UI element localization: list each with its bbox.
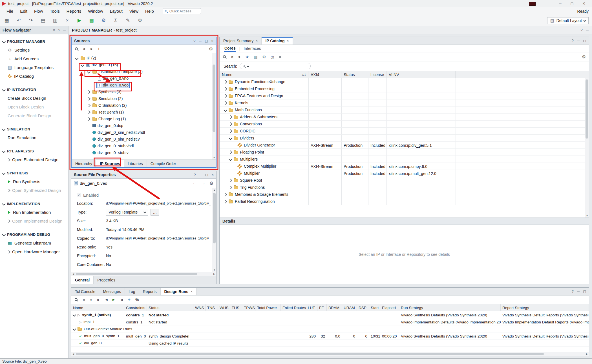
redo-icon[interactable]: ↷	[28, 17, 34, 24]
maximize-icon[interactable]: ◻	[205, 39, 208, 43]
collapse-all-icon[interactable]: »	[53, 28, 55, 32]
expander-icon[interactable]	[72, 327, 76, 331]
favorites-icon[interactable]: ★	[246, 55, 249, 59]
column-elapsed[interactable]: Elapsed	[380, 304, 399, 311]
section-header[interactable]: SIMULATION	[0, 125, 68, 133]
scroll-left-icon[interactable]: ◀	[71, 352, 75, 356]
column-license[interactable]: License	[368, 71, 386, 78]
tree-item-c-simulation[interactable]: C Simulation (2)	[74, 102, 211, 109]
menu-layout[interactable]: Layout	[107, 8, 126, 14]
expander-icon[interactable]	[224, 200, 227, 203]
nav-item-create-block-design[interactable]: Create Block Design	[0, 94, 68, 103]
chevron-right-icon[interactable]	[7, 158, 10, 161]
chevron-right-icon[interactable]	[7, 189, 10, 192]
tab-messages[interactable]: Messages	[99, 288, 125, 295]
ip-row-complex-multiplier[interactable]: Complex Multiplier AXI4-Stream Productio…	[220, 163, 589, 170]
minimize-icon[interactable]: ─	[554, 0, 566, 7]
expand-all-icon[interactable]: »	[90, 298, 92, 302]
minimize-panel-icon[interactable]: ─	[63, 28, 66, 32]
quick-access-search[interactable]: Quick Access	[163, 8, 201, 14]
ip-row-adders-subtracters[interactable]: Adders & Subtracters	[220, 114, 589, 121]
nav-item-language-templates[interactable]: ▤ Language Templates	[0, 63, 68, 72]
sources-panel-header[interactable]: Sources ? ─ ◻ ×	[72, 37, 216, 45]
expander-icon[interactable]	[87, 117, 90, 121]
expander-icon[interactable]	[229, 129, 232, 133]
scroll-up-icon[interactable]: ▲	[212, 188, 216, 192]
tab-reports[interactable]: Reports	[139, 288, 161, 295]
column-dsp[interactable]: DSP	[357, 304, 369, 311]
tab-compile-order[interactable]: Compile Order	[147, 160, 180, 167]
scrollbar-thumb[interactable]	[76, 273, 197, 275]
tree-item-change-log[interactable]: Change Log (1)	[74, 116, 211, 122]
nav-item-add-sources[interactable]: + Add Sources	[0, 54, 68, 63]
tree-item-div-gen-0-veo[interactable]: div_gen_0.veo	[74, 82, 211, 88]
nav-item-run-simulation[interactable]: Run Simulation	[0, 133, 68, 142]
column-lut[interactable]: LUT	[306, 304, 317, 311]
nav-item-open-hardware-manager[interactable]: Open Hardware Manager	[0, 247, 68, 256]
scroll-right-icon[interactable]: ▶	[212, 272, 216, 276]
gear-icon[interactable]: ⚙	[209, 181, 213, 186]
program-device-icon[interactable]: ▩	[88, 17, 95, 24]
ip-row-kernels[interactable]: Kernels	[220, 99, 589, 106]
float-icon[interactable]: ─	[199, 39, 201, 43]
column-report-strategy[interactable]: Report Strategy	[501, 304, 589, 311]
layout-selector[interactable]: ▤ Default Layout	[547, 17, 589, 24]
undo-icon[interactable]: ↶	[16, 17, 22, 24]
expand-all-icon[interactable]: »	[90, 47, 93, 51]
ip-row-square-root[interactable]: Square Root	[220, 177, 589, 184]
expander-icon[interactable]	[224, 80, 227, 84]
tab-general[interactable]: General	[71, 276, 94, 284]
search-input[interactable]	[240, 63, 311, 69]
help-icon[interactable]: ?	[572, 289, 574, 294]
expander-icon[interactable]	[87, 110, 90, 114]
expander-icon[interactable]	[229, 150, 232, 154]
expander-icon[interactable]	[87, 70, 90, 74]
ip-row-dynamic-function-exchange[interactable]: Dynamic Function eXchange	[220, 78, 589, 85]
nav-item-run-implementation[interactable]: Run Implementation	[0, 208, 68, 217]
expander-icon[interactable]	[224, 101, 227, 105]
expander-icon[interactable]	[72, 313, 76, 317]
nav-item-generate-block-design[interactable]: Generate Block Design	[0, 111, 68, 120]
close-icon[interactable]: ×	[256, 39, 258, 43]
menu-reports[interactable]: Reports	[63, 8, 85, 14]
tree-item-sim-netlist-vhdl[interactable]: div_gen_0_sim_netlist.vhdl	[74, 129, 211, 136]
run-row-out-of-context[interactable]: Out-of-Context Module Runs	[71, 325, 589, 332]
add-sources-icon[interactable]: +	[98, 46, 100, 52]
section-header[interactable]: IMPLEMENTATION	[0, 199, 68, 208]
maximize-icon[interactable]: ◻	[566, 0, 578, 7]
column-run-strategy[interactable]: Run Strategy	[399, 304, 501, 311]
tab-properties[interactable]: Properties	[94, 276, 119, 284]
tree-item-instantiation-template[interactable]: Instantiation Template (2)	[74, 68, 211, 75]
column-start[interactable]: Start	[369, 304, 380, 311]
expander-icon[interactable]	[229, 115, 232, 119]
ip-row-dividers[interactable]: Dividers	[220, 135, 589, 142]
more-button[interactable]: …	[151, 209, 159, 216]
sum-icon[interactable]: Σ	[112, 17, 119, 24]
close-icon[interactable]: ✕	[578, 0, 590, 7]
delete-icon[interactable]: ×	[64, 17, 70, 24]
section-header[interactable]: IP INTEGRATOR	[0, 85, 68, 94]
enabled-checkbox[interactable]: ✓	[77, 193, 81, 197]
restore-layout-icon[interactable]: ▥	[254, 55, 257, 59]
scrollbar-thumb[interactable]	[213, 65, 215, 132]
search-icon[interactable]	[223, 55, 227, 59]
close-icon[interactable]: ×	[287, 39, 289, 43]
percent-icon[interactable]: %	[135, 298, 139, 302]
tree-item-div-gen-0[interactable]: div_gen_0 (16)	[74, 61, 211, 68]
ip-row-embedded-processing[interactable]: Embedded Processing	[220, 85, 589, 92]
gear-icon[interactable]: ⚙	[582, 54, 586, 59]
expander-icon[interactable]	[224, 193, 227, 196]
expander-icon[interactable]	[229, 186, 232, 189]
expander-icon[interactable]	[224, 108, 227, 112]
ip-row-memories-storage[interactable]: Memories & Storage Elements	[220, 191, 589, 198]
first-run-icon[interactable]: ⇤	[97, 298, 101, 302]
collapse-all-icon[interactable]: «	[231, 55, 234, 59]
column-wns[interactable]: WNS	[193, 304, 206, 311]
menu-help[interactable]: Help	[142, 8, 157, 14]
copy-icon[interactable]: ▥	[52, 17, 58, 24]
edit-icon[interactable]: ✎	[125, 17, 131, 24]
tab-tcl-console[interactable]: Tcl Console	[71, 288, 99, 295]
ip-row-trig-functions[interactable]: Trig Functions	[220, 184, 589, 191]
ip-row-divider-generator[interactable]: Divider Generator AXI4-Stream Production…	[220, 142, 589, 149]
column-name[interactable]: Name	[71, 304, 124, 311]
